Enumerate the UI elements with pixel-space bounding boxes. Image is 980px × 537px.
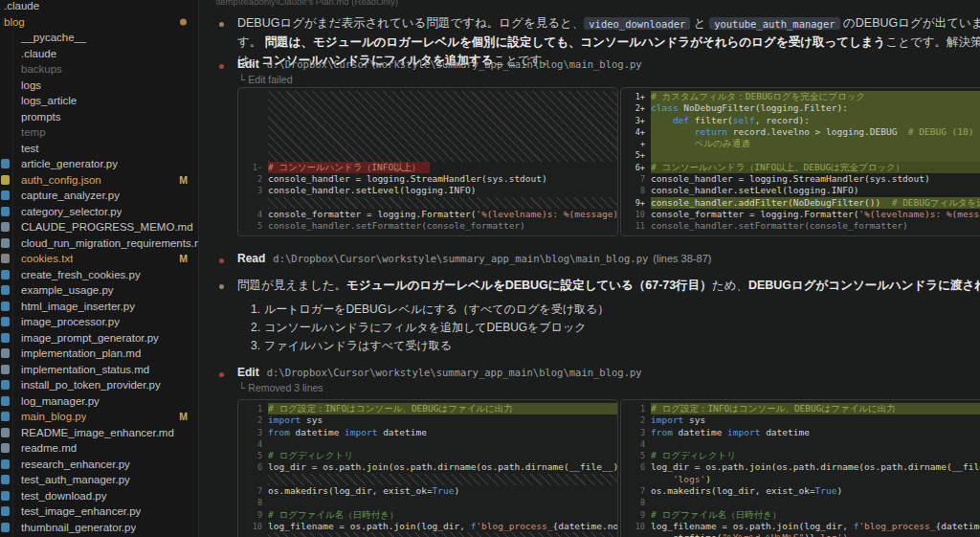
sidebar-item[interactable]: test_image_enhancer.py: [0, 503, 198, 520]
code-token: [651, 115, 673, 125]
code-text: log_dir = os.path.join(os.path.dirname(o…: [651, 461, 980, 473]
code-text: from datetime import datetime: [268, 427, 617, 438]
code-token: import: [651, 414, 683, 425]
code-token: True: [815, 485, 837, 496]
chat-panel[interactable]: \temp\readonly\Claude's Plan.md (ReadOnl…: [199, 0, 980, 537]
code-line: 'logs'): [621, 474, 980, 485]
sidebar-item[interactable]: README_image_enhancer.md: [0, 425, 198, 441]
sidebar-item[interactable]: readme.md: [0, 440, 198, 457]
code-token: self: [733, 115, 755, 125]
sidebar-item-label: README_image_enhancer.md: [0, 427, 174, 438]
code-line: 6log_dir = os.path.join(os.path.dirname(…: [621, 461, 980, 473]
sidebar-item[interactable]: test_auth_manager.py: [0, 472, 198, 488]
diff-panel-new-code-2[interactable]: 1# ログ設定：INFOはコンソール、DEBUGはファイルに出力2import …: [620, 399, 980, 537]
sidebar-item[interactable]: implementation_plan.md: [0, 346, 198, 362]
code-text: # ログディレクトリ: [651, 450, 980, 461]
code-token: log_filename = os.path.: [268, 521, 394, 531]
sidebar-item[interactable]: article_generator.py: [0, 156, 198, 172]
line-number: +: [621, 138, 651, 149]
line-number: 5: [238, 220, 268, 232]
code-token: # カスタムフィルタ：DEBUGログを完全にブロック: [651, 91, 865, 101]
code-token: console_formatter = logging.: [268, 209, 421, 219]
diff-panel-new-code-1[interactable]: 1+# カスタムフィルタ：DEBUGログを完全にブロック2+class NoDe…: [620, 87, 980, 236]
line-number: 1: [238, 403, 268, 414]
sidebar-item[interactable]: logs_article: [0, 93, 198, 109]
sidebar-item[interactable]: html_image_inserter.py: [0, 299, 198, 315]
line-number: 7: [621, 485, 651, 497]
code-token: dirname(: [437, 461, 481, 472]
code-token: addFilter(: [739, 197, 793, 208]
sidebar-item[interactable]: thumbnail_generator.py: [0, 520, 198, 536]
code-token: console_formatter = logging.: [651, 209, 804, 219]
sidebar-item[interactable]: prompts: [0, 109, 198, 125]
tool-call-edit-2[interactable]: Editd:\Dropbox\Cursor\workstyle\summary_…: [237, 366, 642, 379]
code-line: 1+# カスタムフィルタ：DEBUGログを完全にブロック: [621, 91, 980, 102]
sidebar-item[interactable]: logs: [0, 78, 198, 94]
sidebar-item-label: auth_config.json: [0, 174, 101, 186]
sidebar-item[interactable]: test: [0, 141, 198, 157]
sidebar-item[interactable]: implementation_status.md: [0, 362, 198, 378]
code-line: + ベルのみ通過: [621, 138, 980, 149]
code-token: ): [837, 485, 843, 496]
sidebar-item[interactable]: example_usage.py: [0, 282, 198, 299]
sidebar-item[interactable]: category_selector.py: [0, 204, 198, 220]
sidebar-item[interactable]: image_prompt_generator.py: [0, 330, 198, 347]
sidebar-item[interactable]: blog: [0, 14, 198, 31]
code-line: 1# ログ設定：INFOはコンソール、DEBUGはファイルに出力: [621, 403, 980, 414]
diff-panel-old-code-1[interactable]: 1-# コンソールハンドラ（INFO以上）2console_handler = …: [237, 87, 618, 236]
line-number: 2: [621, 414, 651, 426]
sidebar-item[interactable]: cloud_run_migration_requirements.md: [0, 235, 198, 252]
code-token: record.levelno > logging.DEBUG: [727, 126, 897, 137]
sidebar-item-label: temp: [0, 126, 46, 138]
code-token: join(: [777, 521, 805, 531]
sidebar-item[interactable]: research_enhancer.py: [0, 457, 198, 473]
code-line: 7console_handler = logging.StreamHandler…: [621, 173, 980, 185]
code-line: 6log_dir = os.path.join(os.path.dirname(…: [238, 461, 617, 473]
code-token: join(: [394, 521, 422, 531]
code-token: True: [433, 485, 455, 496]
json-file-icon: [1, 175, 10, 185]
code-text: console_formatter = logging.Formatter('%…: [651, 209, 980, 220]
sidebar-item[interactable]: temp: [0, 124, 198, 141]
code-token: sys.stdout: [870, 173, 924, 184]
code-text: def filter(self, record):: [651, 115, 980, 126]
code-token: ): [924, 173, 930, 184]
sidebar-item-label: thumbnail_generator.py: [0, 522, 136, 533]
sidebar-item[interactable]: backups: [0, 61, 198, 78]
sidebar-item[interactable]: capture_analyzer.py: [0, 188, 198, 204]
code-token: 'blog_process_: [858, 521, 935, 531]
sidebar-item[interactable]: .claude: [0, 0, 198, 14]
list-item-text: コンソールハンドラにフィルタを追加してDEBUGをブロック: [264, 321, 587, 334]
sidebar-item[interactable]: CLAUDE_PROGRESS_MEMO.md: [0, 219, 198, 235]
code-token: Formatter(: [421, 209, 476, 219]
tool-call-read[interactable]: Readd:\Dropbox\Cursor\workstyle\summary_…: [237, 252, 711, 265]
code-token: :: [804, 115, 810, 125]
sidebar-item-label: test: [0, 143, 39, 154]
line-number: 4: [621, 438, 651, 450]
sidebar-item[interactable]: test_download.py: [0, 488, 198, 504]
sidebar-item[interactable]: main_blog.pyM: [0, 409, 198, 425]
sidebar-item[interactable]: cookies.txtM: [0, 251, 198, 267]
code-token: return: [695, 126, 727, 137]
sidebar-item[interactable]: create_fresh_cookies.py: [0, 267, 198, 283]
sidebar-item[interactable]: image_processor.py: [0, 314, 198, 330]
line-number: 1: [621, 403, 651, 414]
code-line: 7os.makedirs(log_dir, exist_ok=True): [621, 485, 980, 497]
code-line: 3+ def filter(self, record):: [621, 115, 980, 126]
code-token: StreamHandler(: [411, 173, 487, 184]
code-text: console_handler.setFormatter(console_for…: [651, 220, 980, 232]
code-line: 8console_handler.setLevel(logging.INFO): [621, 185, 980, 196]
sidebar-item[interactable]: log_manager.py: [0, 393, 198, 410]
code-token: , record: [755, 115, 799, 125]
tool-call-edit-1[interactable]: Editd:\Dropbox\Cursor\workstyle\summary_…: [237, 57, 642, 71]
sidebar-item[interactable]: .claude: [0, 46, 198, 62]
sidebar-item[interactable]: __pycache__: [0, 30, 198, 46]
file-explorer-sidebar[interactable]: .claudeblog__pycache__.claudebackupslogs…: [0, 0, 199, 537]
sidebar-item[interactable]: install_po_token_provider.py: [0, 377, 198, 393]
sidebar-item[interactable]: auth_config.jsonM: [0, 172, 198, 189]
code-text: # カスタムフィルタ：DEBUGログを完全にブロック: [651, 91, 980, 102]
diff-panel-old-code-2[interactable]: 1# ログ設定：INFOはコンソール、DEBUGはファイルに出力2import …: [237, 399, 618, 537]
code-token: import: [727, 427, 760, 437]
py-file-icon: [1, 159, 10, 168]
code-text: # コンソールハンドラ（INFO以上）: [268, 162, 430, 173]
